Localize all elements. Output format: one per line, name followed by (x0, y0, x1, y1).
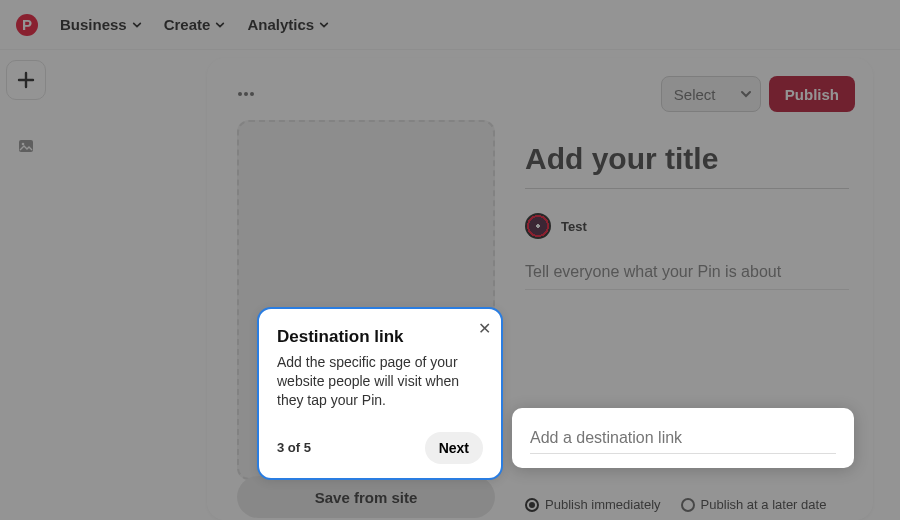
popover-title: Destination link (277, 327, 483, 347)
destination-link-highlight (512, 408, 854, 468)
destination-link-input[interactable] (530, 423, 836, 454)
coach-popover: ✕ Destination link Add the specific page… (257, 307, 503, 480)
popover-step: 3 of 5 (277, 440, 311, 455)
next-button[interactable]: Next (425, 432, 483, 464)
popover-footer: 3 of 5 Next (277, 432, 483, 464)
popover-body: Add the specific page of your website pe… (277, 353, 483, 410)
close-icon[interactable]: ✕ (478, 319, 491, 338)
